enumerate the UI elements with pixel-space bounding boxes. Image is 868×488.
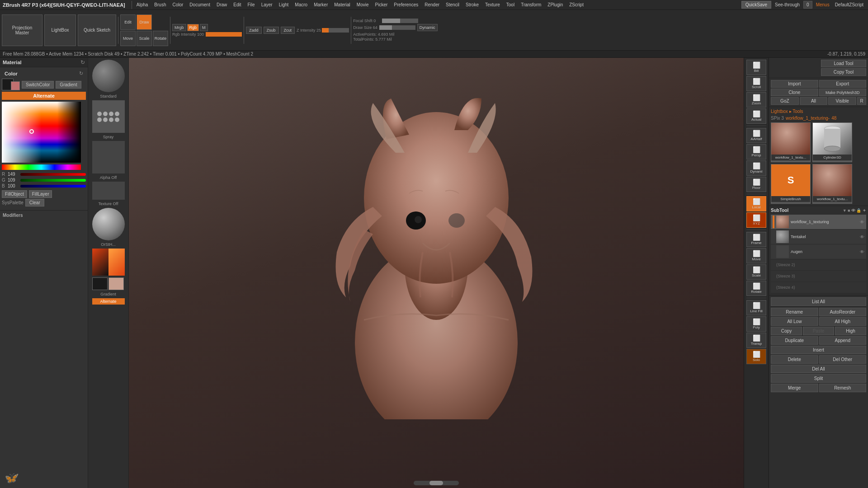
r-slider[interactable] <box>20 173 86 176</box>
actual-tool[interactable]: ⬜ Actual <box>746 108 766 124</box>
menu-texture[interactable]: Texture <box>482 1 503 8</box>
g-slider[interactable] <box>20 179 86 182</box>
rename-button[interactable]: Rename <box>771 308 818 316</box>
transp-tool[interactable]: ⬜ Transp <box>746 333 766 348</box>
lightbox-button[interactable]: LightBox <box>44 14 76 46</box>
duplicate-button[interactable]: Duplicate <box>771 336 818 345</box>
menu-stencil[interactable]: Stencil <box>443 1 462 8</box>
quicksave-button[interactable]: QuickSave <box>741 1 771 9</box>
clone-button[interactable]: Clone <box>771 89 818 96</box>
switch-color-button[interactable]: SwitchColor <box>22 81 54 89</box>
poly-tool[interactable]: ⬜ Poly <box>746 316 766 332</box>
z-intensity-bar[interactable] <box>322 28 349 33</box>
rgb-intensity-bar[interactable] <box>206 32 242 37</box>
high-button[interactable]: High <box>835 327 866 335</box>
gradient-preview[interactable] <box>92 249 125 276</box>
local-tool[interactable]: ⬜ Local <box>746 196 766 211</box>
m-button[interactable]: M <box>200 24 208 31</box>
fill-object-button[interactable]: FillObject <box>2 190 27 198</box>
bill-tool[interactable]: ⬜ Bill <box>746 60 766 75</box>
menu-movie[interactable]: Movie <box>354 1 372 8</box>
subtool-item-augen[interactable]: Augen 👁 <box>771 244 866 259</box>
subtool-item-steeze3[interactable]: (Steeze 3) <box>771 271 866 282</box>
material-options-icon[interactable]: ↻ <box>80 59 85 66</box>
menu-alpha[interactable]: Alpha <box>134 1 151 8</box>
dynamic-tool[interactable]: ⬜ Dynaml <box>746 160 766 176</box>
all-low-button[interactable]: All Low <box>771 317 818 326</box>
visible-button[interactable]: Visible <box>828 97 856 105</box>
brush-preview[interactable] <box>92 60 125 92</box>
r-button[interactable]: R <box>857 97 866 105</box>
menu-macro[interactable]: Macro <box>292 1 310 8</box>
menu-light[interactable]: Light <box>276 1 292 8</box>
menu-render[interactable]: Render <box>422 1 442 8</box>
menu-edit[interactable]: Edit <box>231 1 244 8</box>
zcut-button[interactable]: Zcut <box>281 27 295 34</box>
rgb-button[interactable]: Rgb <box>187 24 199 31</box>
all-high-button[interactable]: All High <box>819 317 867 326</box>
xyz-tool[interactable]: ⬜ XYZ <box>746 212 766 228</box>
mrgb-button[interactable]: Mrgb <box>172 24 186 31</box>
right-swatch[interactable] <box>108 277 124 290</box>
scale-button[interactable]: Scale <box>137 31 152 46</box>
export-button[interactable]: Export <box>819 80 867 88</box>
draw-size-bar[interactable] <box>379 25 415 30</box>
copy-button[interactable]: Copy <box>771 327 802 335</box>
edit-button[interactable]: Edit <box>120 14 136 30</box>
lightbox-item-workflow2[interactable]: workflow_1_textu... <box>812 164 852 204</box>
quick-sketch-button[interactable]: Quick Sketch <box>78 14 116 46</box>
alternate-small-btn[interactable]: Alternate <box>92 298 125 305</box>
load-tool-button[interactable]: Load Tool <box>821 60 866 67</box>
gradient-button[interactable]: Gradient <box>56 81 81 89</box>
menu-file[interactable]: File <box>245 1 258 8</box>
hue-bar[interactable] <box>2 164 81 170</box>
rotate-button[interactable]: Rotate <box>153 31 168 46</box>
frame-tool[interactable]: ⬜ Frame <box>746 232 766 247</box>
rotate-tool[interactable]: ⬜ Rotate <box>746 281 766 296</box>
lightbox-item-workflow[interactable]: workflow_1_textu... <box>771 122 811 162</box>
autoreorder-button[interactable]: AutoReorder <box>819 308 867 316</box>
solo-tool[interactable]: ⬜ Solo <box>746 349 766 364</box>
menu-draw[interactable]: Draw <box>214 1 230 8</box>
all-button[interactable]: All <box>800 97 828 105</box>
menu-material[interactable]: Material <box>331 1 353 8</box>
list-all-button[interactable]: List All <box>771 297 866 306</box>
move-tool[interactable]: ⬜ Move <box>746 248 766 263</box>
del-all-button[interactable]: Del All <box>771 365 866 373</box>
see-through-value[interactable]: 0 <box>803 1 812 9</box>
delete-button[interactable]: Delete <box>771 355 818 364</box>
menu-brush[interactable]: Brush <box>151 1 169 8</box>
scale-tool[interactable]: ⬜ Scale <box>746 264 766 280</box>
focal-shift-bar[interactable] <box>382 19 418 23</box>
texture-preview2[interactable] <box>92 182 125 200</box>
insert-button[interactable]: Insert <box>771 346 866 354</box>
menu-preferences[interactable]: Preferences <box>391 1 421 8</box>
paste-button[interactable]: Paste <box>803 327 834 335</box>
subtool-item-steeze4[interactable]: (Steeze 4) <box>771 282 866 293</box>
alt-color-swatch[interactable] <box>11 81 20 90</box>
alternate-button[interactable]: Alternate <box>2 92 86 100</box>
make-polymesh-button[interactable]: Make PolyMesh3D <box>819 89 867 96</box>
color-options-icon[interactable]: ↻ <box>79 70 83 76</box>
fill-layer-button[interactable]: FillLayer <box>29 190 52 198</box>
color-picker[interactable] <box>2 102 81 163</box>
persp-tool[interactable]: ⬜ Persp <box>746 144 766 160</box>
remesh-button[interactable]: Remesh <box>819 384 867 392</box>
del-other-button[interactable]: Del Other <box>819 355 867 364</box>
copy-tool-button[interactable]: Copy Tool <box>821 68 866 76</box>
move-button[interactable]: Move <box>120 31 136 46</box>
append-button[interactable]: Append <box>819 336 867 345</box>
subtool-item-tentakel[interactable]: Tentakel 👁 <box>771 230 866 244</box>
texture-preview[interactable] <box>92 141 125 174</box>
clear-button[interactable]: Clear <box>25 199 44 206</box>
merge-button[interactable]: Merge <box>771 384 818 392</box>
zsub-button[interactable]: Zsub <box>264 27 279 34</box>
menu-tool[interactable]: Tool <box>504 1 517 8</box>
menu-zscript[interactable]: ZScript <box>566 1 586 8</box>
zadd-button[interactable]: Zadd <box>246 27 262 34</box>
goz-button[interactable]: GoZ <box>771 97 799 105</box>
linefill-tool[interactable]: ⬜ Line Fill <box>746 300 766 315</box>
menu-transform[interactable]: Transform <box>518 1 544 8</box>
menu-layer[interactable]: Layer <box>259 1 275 8</box>
aahalf-tool[interactable]: ⬜ AAHalf <box>746 128 766 143</box>
